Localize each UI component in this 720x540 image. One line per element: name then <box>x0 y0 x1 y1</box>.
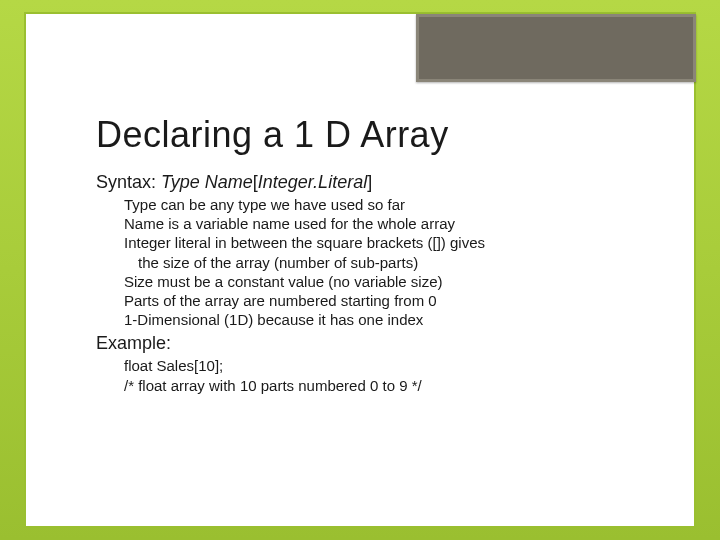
bullet-item: 1-Dimensional (1D) because it has one in… <box>124 310 644 329</box>
syntax-intlit: Integer.Literal <box>258 172 367 192</box>
syntax-line: Syntax: Type Name[Integer.Literal] <box>96 172 644 193</box>
example-code: float Sales[10]; <box>124 356 644 375</box>
bullet-item: Integer literal in between the square br… <box>124 233 644 252</box>
example-comment: /* float array with 10 parts numbered 0 … <box>124 376 644 395</box>
decorative-top-band <box>416 14 696 82</box>
bullet-item: Parts of the array are numbered starting… <box>124 291 644 310</box>
bullet-item: Type can be any type we have used so far <box>124 195 644 214</box>
syntax-type: Type <box>161 172 200 192</box>
slide-content: Declaring a 1 D Array Syntax: Type Name[… <box>96 114 644 395</box>
syntax-name: Name <box>200 172 253 192</box>
bullet-list: Type can be any type we have used so far… <box>124 195 644 329</box>
slide-title: Declaring a 1 D Array <box>96 114 644 156</box>
bullet-item: Name is a variable name used for the who… <box>124 214 644 233</box>
bullet-item-continuation: the size of the array (number of sub-par… <box>124 253 644 272</box>
slide-panel: Declaring a 1 D Array Syntax: Type Name[… <box>24 12 696 528</box>
syntax-rbracket: ] <box>367 172 372 192</box>
bullet-item: Size must be a constant value (no variab… <box>124 272 644 291</box>
syntax-prefix: Syntax: <box>96 172 161 192</box>
example-label: Example: <box>96 333 644 354</box>
example-block: float Sales[10]; /* float array with 10 … <box>124 356 644 394</box>
